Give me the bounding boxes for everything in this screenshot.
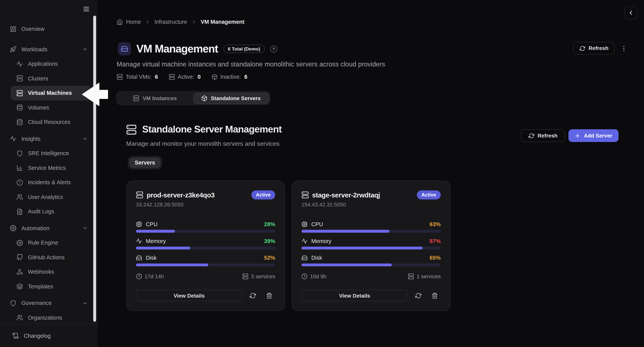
view-tabs: VM Instances Standalone Servers [116, 91, 270, 105]
tab-vm-instances[interactable]: VM Instances [118, 92, 192, 104]
chevron-down-icon [82, 136, 88, 142]
hamburger-menu-icon[interactable] [82, 5, 90, 13]
sidebar-item-audit-logs[interactable]: Audit Logs [11, 204, 91, 219]
metric-bar [136, 247, 275, 250]
sidebar-item-applications[interactable]: Applications [11, 57, 91, 71]
sidebar-item-label: Insights [21, 136, 80, 142]
sidebar-item-label: Service Metrics [28, 165, 88, 171]
stats-row: Total VMs: 6 Active: 0 Inactive: 6 [117, 74, 248, 80]
sidebar-item-organizations[interactable]: Organizations [11, 311, 91, 324]
view-details-button[interactable]: View Details [136, 290, 242, 301]
sidebar-item-webhooks[interactable]: Webhooks [11, 265, 91, 279]
help-icon[interactable]: ? [270, 45, 277, 52]
hard-drive-icon [302, 255, 308, 261]
sidebar-item-overview[interactable]: Overview [4, 22, 91, 36]
trash-icon [432, 293, 438, 299]
metric-bar [302, 264, 441, 266]
refresh-button[interactable]: Refresh [573, 42, 614, 54]
clock-icon [136, 273, 142, 279]
card-delete-button[interactable] [263, 290, 275, 301]
metric-memory: Memory 39% [136, 238, 275, 250]
metric-disk: Disk 52% [136, 255, 275, 266]
vm-management-page: Overview Workloads Applications Clusters… [0, 0, 644, 347]
server-uptime: 10d 9h [302, 273, 326, 279]
sidebar-item-service-metrics[interactable]: Service Metrics [11, 161, 91, 175]
stat-total-vms: Total VMs: 6 [117, 74, 158, 80]
plus-icon [575, 133, 580, 138]
shield-icon [16, 150, 23, 157]
package-icon [212, 74, 218, 80]
sidebar-item-github-actions[interactable]: GitHub Actions [11, 250, 91, 265]
server-services: 5 services [242, 273, 275, 279]
breadcrumb-home[interactable]: Home [117, 19, 141, 25]
card-delete-button[interactable] [428, 290, 441, 301]
sidebar-item-user-analytics[interactable]: User Analytics [11, 190, 91, 204]
tab-label: Standalone Servers [211, 95, 261, 101]
sidebar-item-templates[interactable]: Templates [11, 279, 91, 294]
section-refresh-button[interactable]: Refresh [521, 129, 565, 142]
card-refresh-button[interactable] [246, 290, 259, 301]
metric-bar [302, 247, 441, 250]
sidebar-scrollbar[interactable] [93, 15, 96, 322]
activity-icon [10, 136, 16, 142]
activity-icon [16, 61, 23, 67]
sidebar-item-label: Automation [21, 225, 80, 231]
tab-standalone-servers[interactable]: Standalone Servers [193, 92, 269, 104]
shield-icon [10, 300, 16, 306]
stat-label: Inactive: [220, 74, 241, 80]
sidebar-item-rule-engine[interactable]: Rule Engine [11, 236, 91, 250]
metric-bar [136, 230, 275, 233]
more-options-button[interactable] [620, 44, 628, 53]
status-badge: Active [417, 190, 441, 199]
sidebar-item-label: Applications [28, 61, 88, 67]
sidebar-item-volumes[interactable]: Volumes [11, 100, 91, 115]
tab-label: VM Instances [143, 95, 177, 101]
metric-label: Memory [146, 238, 166, 244]
metric-cpu: CPU 63% [302, 221, 441, 233]
sidebar-item-virtual-machines[interactable]: Virtual Machines [11, 86, 91, 100]
section-subtitle: Manage and monitor your monolith servers… [126, 140, 280, 147]
chevron-down-icon [82, 300, 88, 306]
sidebar-item-cloud-resources[interactable]: Cloud Resources [11, 115, 91, 129]
webhook-icon [16, 269, 23, 275]
stat-active: Active: 0 [169, 74, 201, 80]
sidebar-item-label: SRE Intelligence [28, 150, 88, 156]
metric-label: Memory [311, 238, 331, 244]
users-icon [16, 194, 23, 200]
sidebar-item-workloads[interactable]: Workloads [4, 42, 91, 57]
sidebar-item-automation[interactable]: Automation [4, 221, 91, 236]
refresh-icon [580, 45, 585, 51]
server-icon [133, 95, 139, 101]
scroll-icon [12, 333, 19, 339]
sidebar-item-governance[interactable]: Governance [4, 296, 91, 311]
metric-label: Disk [311, 255, 322, 261]
add-server-button[interactable]: Add Server [569, 129, 618, 142]
activity-icon [302, 238, 308, 244]
server-icon [136, 191, 143, 199]
stat-inactive: Inactive: 6 [212, 74, 248, 80]
sidebar-item-insights[interactable]: Insights [4, 132, 91, 146]
server-card-prod-server-z3ke4qo3: prod-server-z3ke4qo3 Active 33.242.128.2… [126, 181, 285, 311]
chevron-left-icon [628, 9, 634, 16]
server-cards: prod-server-z3ke4qo3 Active 33.242.128.2… [126, 181, 450, 311]
status-badge: Active [251, 190, 275, 199]
sidebar-item-label: Clusters [28, 75, 88, 82]
sidebar-item-clusters[interactable]: Clusters [11, 71, 91, 86]
sidebar-item-incidents-alerts[interactable]: Incidents & Alerts [11, 175, 91, 190]
settings-icon [16, 240, 23, 246]
sidebar-item-label: Rule Engine [28, 240, 88, 246]
clock-icon [302, 273, 308, 279]
breadcrumb-infrastructure[interactable]: Infrastructure [154, 19, 187, 25]
sidebar-item-sre-intelligence[interactable]: SRE Intelligence [11, 146, 91, 161]
view-details-button[interactable]: View Details [302, 290, 408, 301]
stat-label: Active: [178, 74, 194, 80]
server-icon [242, 273, 248, 279]
total-badge: 6 Total (Demo) [223, 45, 265, 53]
servers-tab-chip[interactable]: Servers [130, 158, 160, 168]
sidebar-item-label: Workloads [21, 46, 80, 52]
collapse-panel-button[interactable] [624, 6, 638, 19]
package-icon [202, 95, 208, 101]
card-refresh-button[interactable] [412, 290, 424, 301]
server-icon [117, 74, 123, 80]
sidebar-item-changelog[interactable]: Changelog [0, 324, 98, 347]
